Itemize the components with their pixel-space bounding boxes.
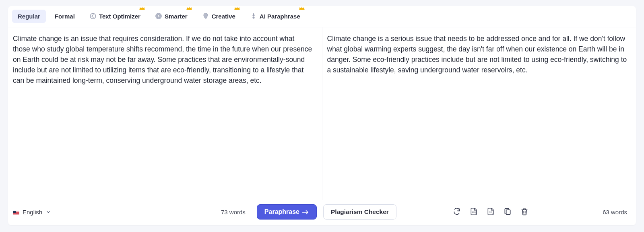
output-text-content: Climate change is a serious issue that n… — [327, 35, 627, 74]
input-pane[interactable]: Climate change is an issue that requires… — [8, 27, 322, 200]
svg-rect-7 — [13, 211, 16, 213]
footer-left: English 73 words Paraphrase — [13, 204, 317, 220]
export-doc-icon[interactable]: DOC — [470, 207, 478, 216]
tab-label: Smarter — [165, 13, 188, 20]
output-text[interactable]: Climate change is a serious issue that n… — [327, 34, 627, 76]
copy-icon[interactable] — [504, 207, 512, 216]
svg-rect-10 — [506, 210, 510, 215]
tab-regular[interactable]: Regular — [12, 10, 46, 23]
language-label: English — [23, 209, 42, 216]
tab-formal[interactable]: Formal — [49, 10, 80, 23]
tab-label: Creative — [212, 13, 235, 20]
editor-panes: Climate change is an issue that requires… — [8, 27, 636, 200]
export-txt-icon[interactable]: TXT — [487, 207, 495, 216]
tab-creative[interactable]: Creative — [196, 9, 241, 23]
tab-label: AI Paraphrase — [260, 13, 300, 20]
input-word-count: 73 words — [221, 209, 246, 216]
paraphrase-button[interactable]: Paraphrase — [257, 204, 317, 220]
mode-tabs: Regular Formal Text Optimizer Smarter — [8, 6, 636, 27]
output-tools: DOC TXT — [453, 207, 528, 216]
output-pane[interactable]: Climate change is a serious issue that n… — [322, 27, 636, 200]
crown-icon — [299, 6, 305, 11]
crown-icon — [186, 6, 192, 11]
paraphrase-app: Regular Formal Text Optimizer Smarter — [8, 6, 636, 225]
tab-label: Regular — [18, 13, 40, 20]
output-word-count: 63 words — [603, 209, 627, 216]
svg-rect-6 — [13, 214, 19, 215]
svg-point-0 — [90, 13, 96, 19]
tab-smarter[interactable]: Smarter — [149, 9, 193, 23]
refresh-icon[interactable] — [453, 207, 461, 216]
crown-icon — [139, 6, 145, 11]
tab-label: Formal — [55, 13, 75, 20]
trash-icon[interactable] — [520, 207, 528, 216]
tab-text-optimizer[interactable]: Text Optimizer — [84, 9, 146, 23]
input-text[interactable]: Climate change is an issue that requires… — [13, 34, 313, 86]
plagiarism-checker-button[interactable]: Plagiarism Checker — [323, 204, 396, 220]
text-cursor — [327, 35, 328, 43]
flag-icon — [13, 209, 19, 214]
tab-label: Text Optimizer — [99, 13, 140, 20]
svg-text:TXT: TXT — [489, 211, 492, 213]
language-selector[interactable]: English — [13, 209, 51, 216]
footer-bar: English 73 words Paraphrase Plagiarism C… — [8, 200, 636, 225]
pen-icon — [250, 12, 257, 20]
optimizer-icon — [89, 12, 97, 20]
svg-text:DOC: DOC — [472, 211, 476, 213]
paraphrase-button-label: Paraphrase — [264, 208, 299, 216]
svg-rect-5 — [13, 213, 19, 214]
chevron-down-icon — [45, 209, 51, 215]
star-icon — [155, 12, 162, 20]
arrow-right-icon — [302, 209, 309, 215]
tab-ai-paraphrase[interactable]: AI Paraphrase — [244, 9, 306, 23]
footer-right: Plagiarism Checker DOC TXT 63 words — [317, 204, 627, 220]
bulb-icon — [202, 12, 209, 20]
crown-icon — [234, 6, 240, 11]
